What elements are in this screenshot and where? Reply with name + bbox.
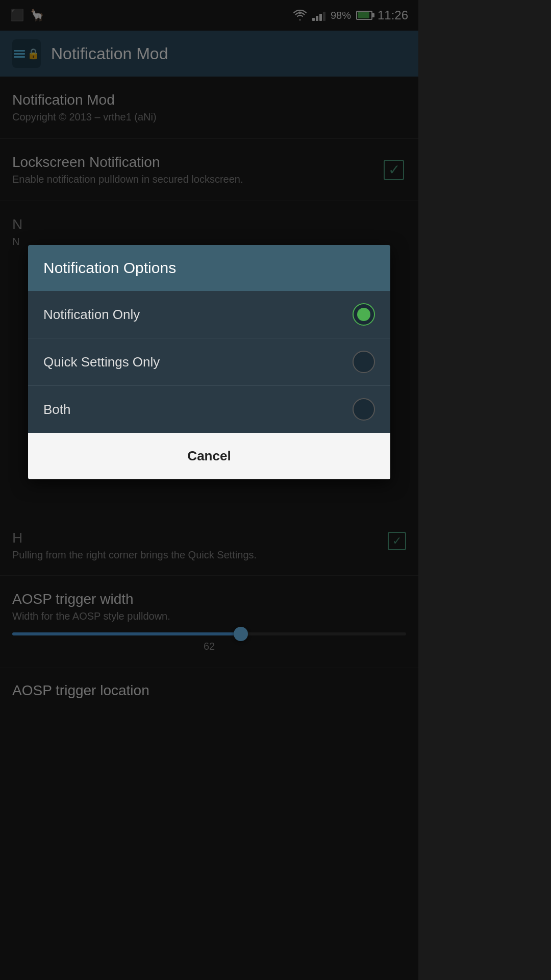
radio-notification-only[interactable] (353, 303, 375, 326)
radio-both[interactable] (353, 398, 375, 421)
dialog-backdrop[interactable] (0, 0, 418, 980)
notification-options-dialog: Notification Options Notification Only Q… (28, 245, 390, 479)
dialog-cancel-label: Cancel (187, 448, 231, 464)
radio-quick-settings-only-fill (357, 355, 370, 369)
radio-quick-settings-only[interactable] (353, 351, 375, 373)
option-quick-settings-only[interactable]: Quick Settings Only (28, 338, 390, 386)
dialog-title: Notification Options (43, 259, 176, 276)
option-both-label: Both (43, 402, 71, 418)
option-notification-only-label: Notification Only (43, 307, 140, 323)
dialog-header: Notification Options (28, 245, 390, 291)
option-notification-only[interactable]: Notification Only (28, 291, 390, 338)
radio-both-fill (357, 403, 370, 416)
option-quick-settings-only-label: Quick Settings Only (43, 354, 160, 370)
radio-notification-only-fill (357, 308, 370, 321)
option-both[interactable]: Both (28, 386, 390, 433)
dialog-cancel-button[interactable]: Cancel (28, 433, 390, 479)
dialog-options-list: Notification Only Quick Settings Only Bo… (28, 291, 390, 433)
